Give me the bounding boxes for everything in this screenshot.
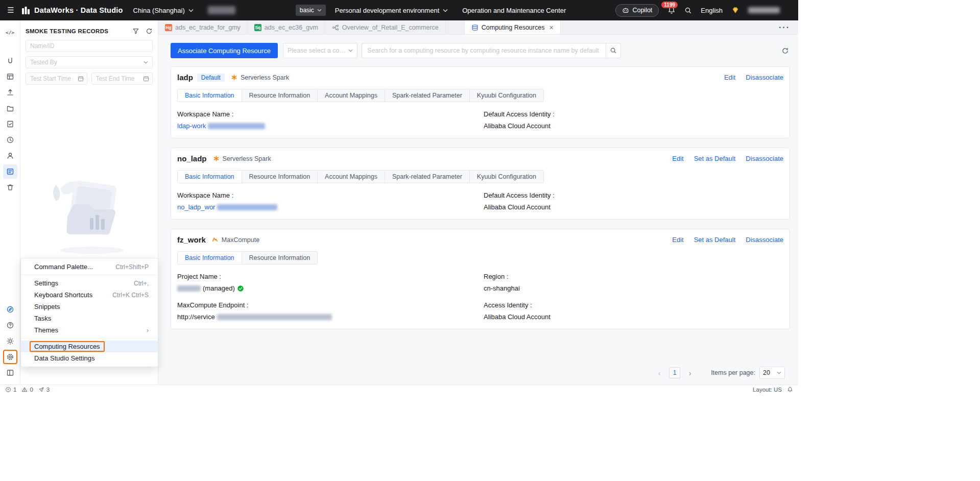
errors-indicator[interactable]: 1 (5, 387, 16, 393)
code-icon[interactable]: </> (3, 26, 17, 40)
workspace-name-link[interactable]: no_ladp_wor (177, 203, 484, 211)
mode-selector[interactable]: basic (296, 5, 326, 16)
test-start-time-input[interactable]: Test Start Time (26, 73, 87, 85)
resource-search-input[interactable] (362, 43, 606, 58)
refresh-list-button[interactable] (781, 47, 790, 55)
layout-icon[interactable] (3, 366, 17, 380)
language-selector[interactable]: English (701, 7, 723, 14)
test-end-time-input[interactable]: Test End Time (91, 73, 153, 85)
menu-item-themes[interactable]: Themes › (21, 324, 158, 336)
disassociate-link[interactable]: Disassociate (746, 236, 783, 244)
tab-basic-information[interactable]: Basic Information (178, 252, 242, 264)
tab-basic-information[interactable]: Basic Information (178, 89, 242, 102)
disassociate-link[interactable]: Disassociate (746, 155, 783, 162)
tab-ads-ec-ec36-gvm[interactable]: Sq ads_ec_ec36_gvm (248, 20, 325, 34)
menu-item-command-palette[interactable]: Command Palette... Ctrl+Shift+P (21, 261, 158, 273)
close-icon[interactable]: × (549, 24, 553, 31)
menu-item-tasks[interactable]: Tasks (21, 312, 158, 324)
product-title: DataWorks · Data Studio (34, 6, 123, 14)
tab-kyuubi-configuration[interactable]: Kyuubi Configuration (470, 171, 543, 183)
help-icon[interactable] (3, 318, 17, 332)
tab-spark-related-parameter[interactable]: Spark-related Parameter (385, 171, 470, 183)
main-menu-icon[interactable]: ☰ (0, 0, 21, 20)
table-icon[interactable] (3, 69, 17, 84)
membership-icon[interactable] (731, 6, 739, 14)
default-badge: Default (197, 74, 225, 82)
menu-item-settings[interactable]: Settings Ctrl+, (21, 277, 158, 289)
associate-computing-resource-button[interactable]: Associate Computing Resource (171, 43, 278, 58)
card-actions: Edit Set as Default Disassociate (672, 236, 783, 244)
next-page-button[interactable]: › (684, 367, 696, 378)
resource-type-select[interactable]: Please select a comput (283, 43, 357, 58)
card-actions: Edit Set as Default Disassociate (672, 155, 783, 162)
database-icon (471, 24, 479, 31)
refresh-icon[interactable] (146, 28, 153, 35)
tab-spark-related-parameter[interactable]: Spark-related Parameter (385, 89, 470, 102)
region-selector[interactable]: China (Shanghai) (133, 7, 194, 14)
engine-type: Serverless Spark (231, 74, 289, 81)
tab-overview-of-retail-e-commerce[interactable]: Overview_of_Retail_E_commerce (325, 20, 446, 34)
tab-kyuubi-configuration[interactable]: Kyuubi Configuration (470, 89, 543, 102)
checklist-icon[interactable] (3, 117, 17, 131)
edit-link[interactable]: Edit (672, 236, 683, 244)
warnings-indicator[interactable]: 0 (21, 387, 33, 393)
environment-selector[interactable]: Personal development environment (335, 7, 448, 14)
user-icon[interactable] (3, 149, 17, 163)
menu-item-computing-resources[interactable]: Computing Resources (21, 341, 158, 352)
integration-icon[interactable] (3, 54, 17, 68)
workspace-name-link[interactable]: ldap-work (177, 122, 484, 130)
editor-tab-bar: Hg ads_ec_trade_for_gmy Sq ads_ec_ec36_g… (158, 20, 798, 35)
theme-icon[interactable] (3, 334, 17, 348)
menu-item-keyboard-shortcuts[interactable]: Keyboard Shortcuts Ctrl+K Ctrl+S (21, 289, 158, 301)
smoke-testing-panel: SMOKE TESTING RECORDS Tested By Test Sta… (20, 20, 158, 384)
set-as-default-link[interactable]: Set as Default (694, 155, 736, 162)
tab-basic-information[interactable]: Basic Information (178, 171, 242, 183)
chevron-down-icon (777, 371, 781, 374)
compass-icon[interactable] (3, 302, 17, 317)
main-area: Hg ads_ec_trade_for_gmy Sq ads_ec_ec36_g… (158, 20, 798, 384)
tab-label: Overview_of_Retail_E_commerce (342, 24, 439, 31)
layout-indicator[interactable]: Layout: US (753, 387, 782, 393)
filter-icon[interactable] (132, 28, 139, 35)
tab-computing-resources[interactable]: Computing Resources × (464, 20, 561, 34)
operation-maintenance-link[interactable]: Operation and Maintenance Center (462, 7, 566, 14)
page-size-select[interactable]: 20 (759, 367, 785, 379)
menu-item-data-studio-settings[interactable]: Data Studio Settings (21, 352, 158, 364)
engine-type: MaxCompute (212, 236, 259, 244)
menu-item-snippets[interactable]: Snippets (21, 301, 158, 312)
engine-type: Serverless Spark (213, 155, 271, 162)
tab-resource-information[interactable]: Resource Information (242, 171, 318, 183)
search-submit-button[interactable] (606, 43, 621, 58)
publish-icon[interactable] (3, 85, 17, 100)
resources-icon[interactable] (3, 164, 17, 179)
statusbar-bell-icon[interactable] (787, 387, 793, 393)
name-id-input[interactable] (26, 40, 153, 52)
history-icon[interactable] (3, 133, 17, 147)
redacted-text (217, 204, 277, 210)
tab-account-mappings[interactable]: Account Mappings (318, 89, 385, 102)
managed-check-icon (237, 285, 244, 292)
calendar-icon (143, 76, 149, 82)
disassociate-link[interactable]: Disassociate (746, 74, 783, 81)
search-button[interactable] (684, 7, 692, 14)
trash-icon[interactable] (3, 180, 17, 195)
tab-account-mappings[interactable]: Account Mappings (318, 171, 385, 183)
edit-link[interactable]: Edit (672, 155, 683, 162)
settings-gear-icon[interactable] (3, 350, 17, 364)
set-as-default-link[interactable]: Set as Default (694, 236, 736, 244)
tab-resource-information[interactable]: Resource Information (242, 252, 318, 264)
folder-icon[interactable] (3, 101, 17, 115)
tab-resource-information[interactable]: Resource Information (242, 89, 318, 102)
prev-page-button[interactable]: ‹ (654, 367, 665, 378)
copilot-button[interactable]: Copilot (615, 4, 659, 17)
more-tabs-button[interactable]: ··· (771, 20, 798, 34)
tab-ads-ec-trade-for-gmy[interactable]: Hg ads_ec_trade_for_gmy (158, 20, 248, 34)
serverless-spark-icon (213, 155, 220, 162)
tested-by-select[interactable]: Tested By (26, 56, 153, 68)
current-page-button[interactable]: 1 (669, 367, 680, 378)
notifications-button[interactable]: 1199 (667, 6, 676, 14)
product-logo[interactable]: DataWorks · Data Studio (21, 6, 123, 15)
edit-link[interactable]: Edit (724, 74, 735, 81)
deploy-indicator[interactable]: 3 (38, 387, 50, 393)
card-fields: Workspace Name : ldap-work Default Acces… (177, 110, 783, 130)
